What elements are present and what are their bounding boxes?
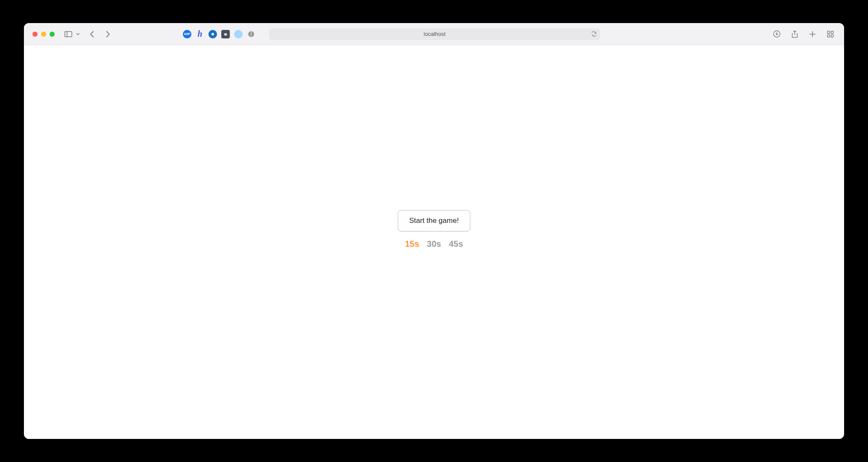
extension-shield-icon[interactable] [247, 30, 255, 38]
forward-button[interactable] [103, 29, 113, 39]
extension-octo-icon[interactable] [208, 30, 217, 38]
svg-rect-3 [224, 33, 227, 35]
page-content: Start the game! 15s 30s 45s [24, 45, 844, 439]
svg-rect-8 [827, 31, 830, 34]
browser-toolbar: ABP h localhost [24, 23, 844, 45]
svg-rect-11 [831, 35, 834, 37]
extension-honey-icon[interactable]: h [196, 30, 204, 38]
back-button[interactable] [87, 29, 97, 39]
extension-circle-icon[interactable] [234, 30, 243, 38]
minimize-window-button[interactable] [41, 32, 46, 37]
time-options: 15s 30s 45s [405, 239, 463, 249]
browser-window: ABP h localhost [24, 23, 844, 439]
close-window-button[interactable] [32, 32, 38, 37]
extension-robot-icon[interactable] [221, 30, 230, 38]
address-bar[interactable]: localhost [269, 28, 600, 40]
svg-rect-9 [831, 31, 834, 34]
svg-point-2 [211, 33, 214, 35]
extension-label: ABP [184, 32, 191, 35]
svg-rect-10 [827, 35, 830, 37]
address-text: localhost [424, 31, 446, 37]
time-option-15s[interactable]: 15s [405, 239, 419, 249]
time-option-30s[interactable]: 30s [427, 239, 441, 249]
start-game-button[interactable]: Start the game! [398, 210, 470, 231]
sidebar-dropdown-icon[interactable] [75, 29, 80, 39]
svg-point-5 [226, 34, 226, 34]
share-icon[interactable] [789, 29, 800, 39]
new-tab-icon[interactable] [807, 29, 818, 39]
sidebar-toggle-button[interactable] [63, 29, 73, 39]
time-option-45s[interactable]: 45s [449, 239, 463, 249]
extension-adblock-icon[interactable]: ABP [183, 30, 191, 38]
maximize-window-button[interactable] [50, 32, 55, 37]
reload-icon[interactable] [591, 31, 597, 37]
svg-point-4 [225, 34, 225, 34]
extension-label: h [197, 29, 202, 39]
tab-overview-icon[interactable] [825, 29, 836, 39]
svg-rect-0 [65, 31, 72, 37]
window-controls [32, 32, 55, 37]
downloads-icon[interactable] [771, 29, 782, 39]
browser-extensions: ABP h [183, 30, 255, 38]
